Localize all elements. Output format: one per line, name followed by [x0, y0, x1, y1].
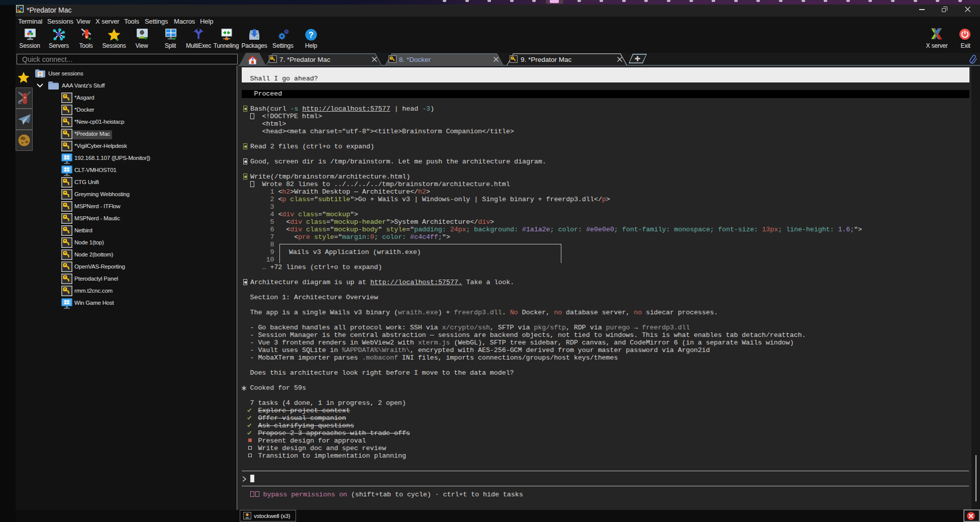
- svg-text:?: ?: [309, 31, 314, 39]
